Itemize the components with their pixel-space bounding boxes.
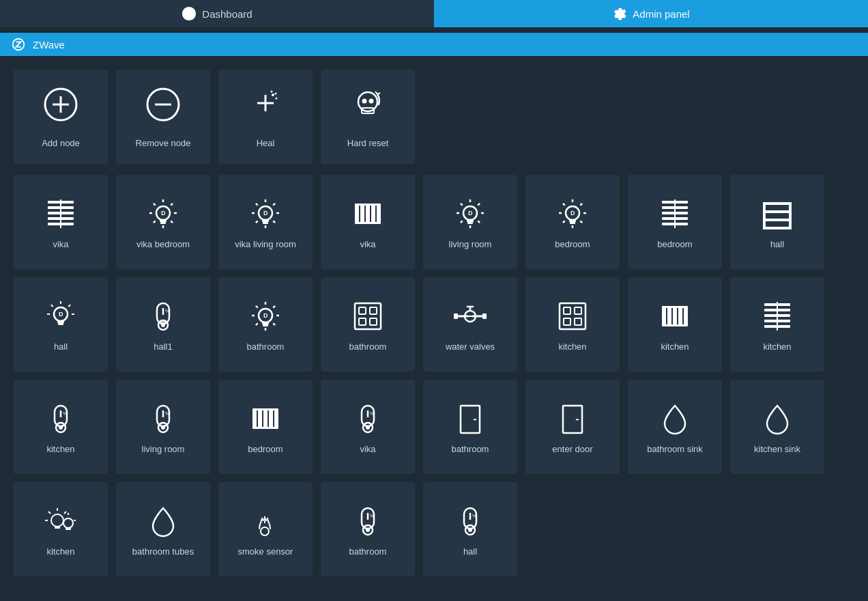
device-bathroom-tubes[interactable]: bathroom tubes	[116, 482, 210, 576]
door-icon	[452, 400, 489, 437]
device-kitchen5[interactable]: kitchen	[14, 482, 108, 576]
svg-rect-49	[355, 205, 359, 223]
device-bedroom2-label: bedroom	[657, 239, 692, 249]
svg-rect-136	[575, 318, 581, 325]
blinds-icon3	[759, 298, 796, 335]
smoke-sensor-icon	[247, 503, 284, 540]
device-row-3: % kitchen % living room	[14, 380, 854, 474]
svg-line-47	[256, 221, 258, 223]
svg-rect-94	[58, 323, 63, 325]
svg-rect-52	[371, 205, 375, 223]
device-kitchen5-label: kitchen	[46, 546, 74, 557]
svg-line-116	[273, 305, 275, 307]
device-kitchen4[interactable]: % kitchen	[14, 380, 108, 474]
svg-text:D: D	[263, 312, 268, 319]
action-buttons-row: Add node Remove node	[14, 63, 854, 164]
device-hall1-label: hall1	[154, 341, 172, 352]
svg-line-75	[563, 203, 565, 205]
svg-text:%: %	[63, 410, 68, 417]
svg-point-105	[161, 323, 165, 327]
svg-rect-38	[262, 220, 269, 222]
svg-rect-58	[467, 222, 473, 224]
svg-rect-88	[763, 219, 792, 221]
svg-rect-27	[160, 222, 166, 224]
svg-rect-70	[570, 222, 575, 224]
door-icon2	[554, 400, 591, 437]
device-water-valves[interactable]: water valves	[423, 277, 517, 372]
device-kitchen[interactable]: kitchen	[525, 277, 620, 372]
blinds-icon	[42, 195, 79, 232]
bulb-small-rays-icon	[42, 503, 79, 540]
svg-rect-55	[355, 222, 381, 224]
device-bedroom[interactable]: D bedroom	[525, 175, 620, 269]
device-bathroom-sink[interactable]: bathroom sink	[628, 380, 722, 474]
svg-rect-108	[262, 322, 269, 324]
device-kitchen3[interactable]: kitchen	[730, 277, 824, 372]
device-hall3[interactable]: % hall	[423, 482, 517, 576]
device-vika-living-room[interactable]: D vika living room	[218, 175, 313, 269]
hard-reset-icon	[349, 86, 386, 131]
device-living-room2[interactable]: % living room	[116, 380, 210, 474]
device-bathroom[interactable]: D bathroom	[218, 277, 313, 372]
device-vika2[interactable]: vika	[321, 175, 415, 269]
thermostat-icon4: %	[349, 400, 386, 437]
device-hall1[interactable]: % hall1	[116, 277, 210, 372]
device-vika[interactable]: vika	[14, 175, 108, 269]
hard-reset-button[interactable]: Hard reset	[321, 70, 415, 164]
device-bedroom2[interactable]: bedroom	[628, 175, 722, 269]
remove-node-button[interactable]: Remove node	[116, 70, 210, 164]
device-bedroom3[interactable]: bedroom	[218, 380, 313, 474]
svg-rect-141	[684, 307, 688, 325]
svg-rect-121	[370, 307, 377, 314]
device-vika-living-room-label: vika living room	[235, 239, 296, 249]
device-kitchen2-label: kitchen	[661, 341, 689, 352]
tab-dashboard[interactable]: Dashboard	[0, 0, 434, 27]
hard-reset-label: Hard reset	[347, 138, 389, 148]
svg-rect-89	[763, 227, 792, 229]
device-bathroom2[interactable]: bathroom	[321, 277, 415, 372]
device-hall2[interactable]: D hall	[14, 277, 108, 372]
bulb-rays-icon4: D	[554, 195, 591, 232]
svg-line-64	[478, 221, 480, 223]
svg-text:%: %	[370, 410, 375, 417]
svg-rect-26	[160, 220, 167, 222]
device-bedroom-label: bedroom	[555, 239, 590, 249]
svg-line-45	[273, 221, 275, 223]
svg-line-77	[580, 203, 582, 205]
device-kitchen2[interactable]: kitchen	[628, 277, 722, 372]
valve-icon	[452, 298, 489, 335]
svg-rect-120	[359, 307, 366, 314]
device-vika-label: vika	[53, 239, 68, 249]
svg-rect-54	[355, 204, 381, 206]
svg-rect-69	[569, 220, 576, 222]
device-vika3[interactable]: % vika	[321, 380, 415, 474]
device-bathroom4[interactable]: % bathroom	[321, 482, 415, 576]
device-bathroom3[interactable]: bathroom	[423, 380, 517, 474]
device-row-1: vika D vika bedroom	[14, 175, 854, 269]
svg-rect-175	[55, 527, 60, 529]
add-node-button[interactable]: Add node	[14, 70, 108, 164]
thermostat-icon6: %	[452, 503, 489, 540]
device-kitchen-sink[interactable]: kitchen sink	[730, 380, 824, 474]
svg-point-11	[272, 94, 274, 96]
svg-text:%: %	[165, 308, 170, 314]
svg-rect-142	[662, 306, 688, 308]
svg-rect-140	[678, 307, 682, 325]
svg-point-174	[51, 514, 63, 527]
svg-point-17	[362, 98, 367, 103]
svg-point-180	[63, 518, 73, 528]
device-kitchen4-label: kitchen	[46, 444, 74, 454]
bulb-rays-icon3: D	[452, 195, 489, 232]
device-hall3-label: hall	[463, 546, 477, 557]
device-hall2-label: hall	[54, 341, 68, 352]
svg-rect-57	[467, 220, 474, 222]
device-living-room[interactable]: D living room	[423, 175, 517, 269]
svg-rect-39	[263, 222, 268, 224]
device-enter-door[interactable]: enter door	[525, 380, 620, 474]
heal-button[interactable]: Heal	[218, 70, 313, 164]
device-smoke-sensor[interactable]: smoke sensor	[218, 482, 313, 576]
tab-admin[interactable]: Admin panel	[434, 0, 868, 27]
device-hall[interactable]: hall	[730, 175, 824, 269]
device-vika-bedroom[interactable]: D vika bedroom	[116, 175, 210, 269]
svg-line-178	[48, 512, 50, 514]
